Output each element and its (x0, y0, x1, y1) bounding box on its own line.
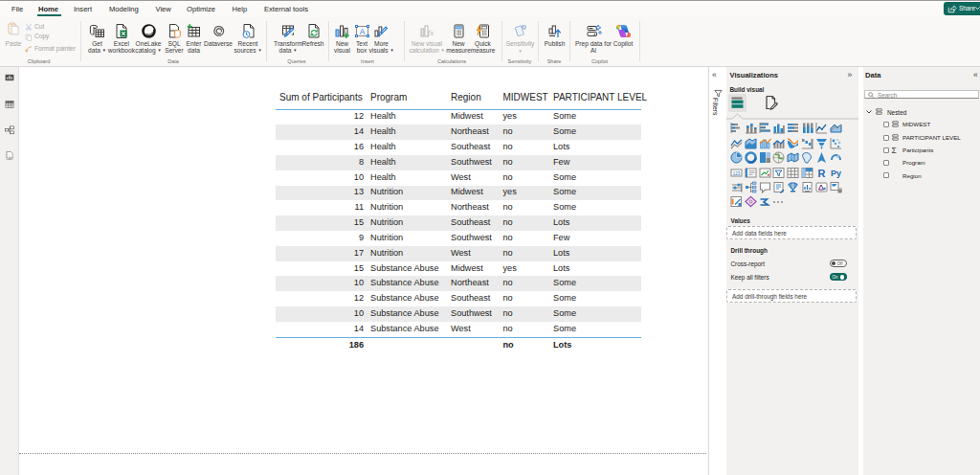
svg-text:Py: Py (831, 169, 841, 178)
svg-text:A: A (359, 26, 365, 35)
svg-text:R: R (817, 167, 825, 178)
svg-text:fx: fx (427, 28, 434, 37)
svg-text:123: 123 (733, 170, 741, 175)
svg-text:DAX: DAX (6, 157, 13, 161)
